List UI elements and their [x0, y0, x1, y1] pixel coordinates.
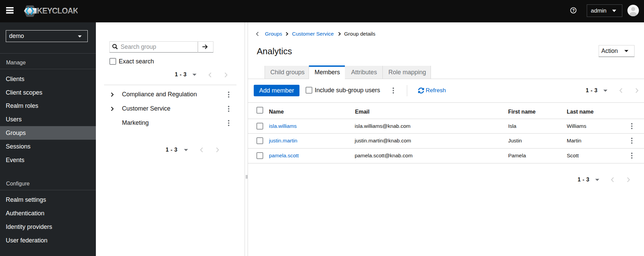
- svg-text:KEYCLOAK: KEYCLOAK: [37, 6, 78, 15]
- svg-text:?: ?: [572, 8, 575, 13]
